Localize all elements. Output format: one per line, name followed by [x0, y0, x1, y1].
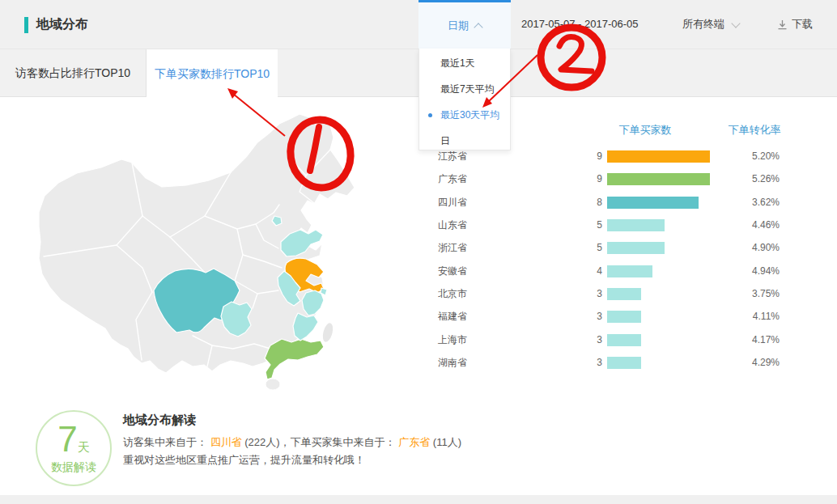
map-province [293, 313, 318, 341]
badge-unit: 天 [78, 441, 90, 453]
date-option-label: 最近7天平均 [440, 83, 495, 95]
interpretation-title: 地域分布解读 [123, 413, 196, 428]
date-dropdown-menu: 最近1天最近7天平均最近30天平均日 [418, 49, 511, 150]
table-row: 四川省83.62% [437, 191, 793, 214]
table-row: 福建省34.11% [437, 305, 793, 328]
terminal-filter-label: 所有终端 [682, 17, 724, 32]
download-label: 下载 [792, 17, 813, 32]
buyer-count: 3 [567, 351, 602, 374]
province-label: 四川省 [438, 191, 467, 214]
buyer-count: 4 [567, 260, 602, 282]
buyer-count-bar [607, 265, 652, 277]
province-label: 山东省 [438, 214, 467, 236]
conversion-rate: 4.17% [737, 328, 780, 351]
interpretation-text: (222人)，下单买家集中来自于： [242, 436, 399, 448]
buyer-count-bar [607, 334, 641, 346]
date-option[interactable]: 最近30天平均 [419, 104, 510, 126]
table-row: 北京市33.75% [437, 282, 793, 305]
map-province [265, 339, 324, 379]
title-accent-bar [24, 17, 28, 33]
tab-order-buyers-top10[interactable]: 下单买家数排行TOP10 [147, 49, 278, 99]
province-label: 上海市 [438, 328, 467, 351]
map-province [302, 290, 324, 316]
highlighted-province: 四川省 [210, 436, 242, 448]
conversion-rate: 5.26% [737, 167, 780, 190]
date-filter-button[interactable]: 日期 [418, 0, 511, 49]
header-bar: 地域分布 日期 2017-05-07 - 2017-06-05 所有终端 下载 [0, 0, 837, 49]
province-label: 北京市 [438, 282, 467, 305]
column-header-conversion: 下单转化率 [690, 123, 819, 138]
download-button[interactable]: 下载 [777, 0, 813, 49]
table-row: 山东省54.46% [437, 214, 793, 236]
date-range-display[interactable]: 2017-05-07 - 2017-06-05 [521, 0, 639, 49]
table-row: 广东省95.26% [437, 167, 793, 190]
table-row: 浙江省54.90% [437, 236, 793, 259]
buyer-count: 8 [567, 191, 602, 214]
buyer-count: 3 [567, 328, 602, 351]
seven-day-badge: 7 天 数据解读 [36, 410, 112, 486]
interpretation-text: 访客集中来自于： [123, 436, 210, 448]
chevron-up-icon [474, 23, 482, 32]
date-option[interactable]: 最近7天平均 [419, 78, 510, 100]
buyer-count: 9 [567, 167, 602, 190]
province-label: 安徽省 [438, 260, 467, 282]
buyer-count-bar [607, 219, 665, 231]
badge-number: 7 [57, 421, 77, 457]
conversion-rate: 4.90% [737, 236, 780, 259]
buyer-count-bar [607, 357, 641, 369]
buyer-count: 3 [567, 282, 602, 305]
interpretation-line2: 重视对这些地区重点推广运营，提升流量和转化哦！ [123, 453, 365, 468]
buyer-count: 9 [567, 145, 602, 167]
buyer-count-bar [607, 311, 641, 323]
highlighted-province: 广东省 [398, 436, 430, 448]
date-option[interactable]: 日 [419, 129, 510, 152]
badge-label: 数据解读 [51, 460, 96, 475]
buyer-count-bar [607, 242, 665, 254]
conversion-rate: 3.75% [737, 282, 780, 305]
province-label: 湖南省 [438, 351, 467, 374]
table-row: 湖南省34.29% [437, 351, 793, 374]
date-filter-label: 日期 [448, 19, 469, 33]
tab-visitor-share-top10[interactable]: 访客数占比排行TOP10 [0, 49, 147, 97]
download-icon [777, 19, 788, 30]
conversion-rate: 4.46% [737, 214, 780, 236]
regional-distribution-panel: 地域分布 日期 2017-05-07 - 2017-06-05 所有终端 下载 … [0, 0, 837, 504]
interpretation-text: (11人) [430, 436, 461, 448]
province-label: 浙江省 [438, 236, 467, 259]
selected-dot-icon [428, 113, 432, 117]
conversion-rate: 4.94% [737, 260, 780, 282]
conversion-rate: 4.29% [737, 351, 780, 374]
date-option-label: 日 [440, 135, 450, 146]
conversion-rate: 3.62% [737, 191, 780, 214]
map-island-taiwan [321, 322, 335, 343]
buyer-count: 5 [567, 214, 602, 236]
buyer-count-bar [607, 150, 710, 163]
buyer-count: 5 [567, 236, 602, 259]
footer-strip [0, 495, 837, 504]
date-option[interactable]: 最近1天 [419, 52, 510, 74]
terminal-filter-dropdown[interactable]: 所有终端 [682, 0, 739, 49]
interpretation-line1: 访客集中来自于： 四川省 (222人)，下单买家集中来自于： 广东省 (11人) [123, 435, 461, 450]
date-option-label: 最近30天平均 [440, 109, 499, 121]
buyer-count-bar [607, 173, 710, 185]
date-option-label: 最近1天 [440, 57, 475, 69]
conversion-rate: 4.11% [737, 305, 780, 328]
buyer-count-bar [607, 197, 699, 209]
table-row: 安徽省44.94% [437, 260, 793, 282]
map-island-hainan [266, 379, 280, 390]
section-title: 地域分布 [24, 16, 88, 33]
table-row: 上海市34.17% [437, 328, 793, 351]
page-title: 地域分布 [36, 16, 88, 33]
buyer-count: 3 [567, 305, 602, 328]
china-map [39, 109, 411, 400]
province-label: 广东省 [438, 167, 467, 190]
buyer-count-bar [607, 288, 641, 300]
chevron-down-icon [731, 19, 740, 28]
conversion-rate: 5.20% [737, 145, 780, 167]
province-label: 福建省 [438, 305, 467, 328]
